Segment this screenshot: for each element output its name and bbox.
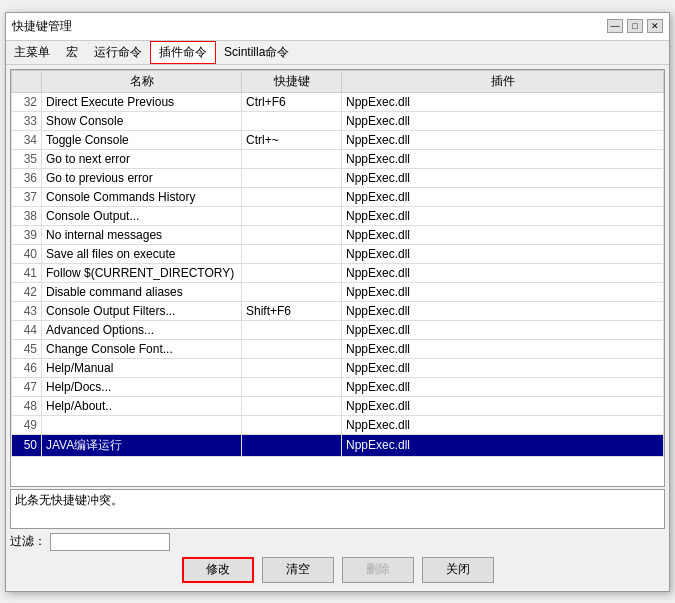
table-row[interactable]: 39No internal messagesNppExec.dll <box>12 225 664 244</box>
delete-button[interactable]: 删除 <box>342 557 414 583</box>
row-number: 42 <box>12 282 42 301</box>
col-header-name: 名称 <box>42 70 242 92</box>
menu-item-scintilla[interactable]: Scintilla命令 <box>216 41 297 64</box>
row-number: 45 <box>12 339 42 358</box>
row-shortcut <box>242 111 342 130</box>
row-shortcut: Ctrl+~ <box>242 130 342 149</box>
row-number: 44 <box>12 320 42 339</box>
menu-item-macro[interactable]: 宏 <box>58 41 86 64</box>
row-shortcut <box>242 415 342 434</box>
maximize-button[interactable]: □ <box>627 19 643 33</box>
filter-row: 过滤： <box>10 533 665 551</box>
table-row[interactable]: 50JAVA编译运行NppExec.dll <box>12 434 664 456</box>
row-plugin: NppExec.dll <box>342 282 664 301</box>
row-shortcut <box>242 396 342 415</box>
menu-item-plugin-cmd[interactable]: 插件命令 <box>150 41 216 64</box>
table-row[interactable]: 43Console Output Filters...Shift+F6NppEx… <box>12 301 664 320</box>
table-row[interactable]: 35Go to next errorNppExec.dll <box>12 149 664 168</box>
table-row[interactable]: 46Help/ManualNppExec.dll <box>12 358 664 377</box>
row-shortcut <box>242 263 342 282</box>
main-window: 快捷键管理 — □ ✕ 主菜单 宏 运行命令 插件命令 Scintilla命令 … <box>5 12 670 592</box>
row-plugin: NppExec.dll <box>342 92 664 111</box>
table-row[interactable]: 47Help/Docs...NppExec.dll <box>12 377 664 396</box>
row-name: Follow $(CURRENT_DIRECTORY) <box>42 263 242 282</box>
row-number: 39 <box>12 225 42 244</box>
row-shortcut <box>242 168 342 187</box>
titlebar-controls: — □ ✕ <box>607 19 663 33</box>
menu-item-run[interactable]: 运行命令 <box>86 41 150 64</box>
row-shortcut <box>242 320 342 339</box>
row-number: 34 <box>12 130 42 149</box>
row-name: Console Commands History <box>42 187 242 206</box>
row-plugin: NppExec.dll <box>342 149 664 168</box>
minimize-button[interactable]: — <box>607 19 623 33</box>
row-plugin: NppExec.dll <box>342 225 664 244</box>
row-name: Go to previous error <box>42 168 242 187</box>
row-name: Save all files on execute <box>42 244 242 263</box>
row-name: Console Output... <box>42 206 242 225</box>
row-name: Direct Execute Previous <box>42 92 242 111</box>
col-header-shortcut: 快捷键 <box>242 70 342 92</box>
menu-item-main[interactable]: 主菜单 <box>6 41 58 64</box>
modify-button[interactable]: 修改 <box>182 557 254 583</box>
row-shortcut <box>242 187 342 206</box>
table-row[interactable]: 49NppExec.dll <box>12 415 664 434</box>
row-shortcut: Ctrl+F6 <box>242 92 342 111</box>
status-bar: 此条无快捷键冲突。 <box>10 489 665 529</box>
row-number: 35 <box>12 149 42 168</box>
table-row[interactable]: 36Go to previous errorNppExec.dll <box>12 168 664 187</box>
table-row[interactable]: 34Toggle ConsoleCtrl+~NppExec.dll <box>12 130 664 149</box>
bottom-buttons: 修改 清空 删除 关闭 <box>10 557 665 583</box>
window-title: 快捷键管理 <box>12 18 72 35</box>
content-area: 名称 快捷键 插件 32Direct Execute PreviousCtrl+… <box>6 65 669 591</box>
table-row[interactable]: 37Console Commands HistoryNppExec.dll <box>12 187 664 206</box>
row-shortcut <box>242 377 342 396</box>
row-name: Advanced Options... <box>42 320 242 339</box>
row-plugin: NppExec.dll <box>342 339 664 358</box>
row-number: 32 <box>12 92 42 111</box>
row-name: Help/Manual <box>42 358 242 377</box>
row-number: 50 <box>12 434 42 456</box>
row-number: 36 <box>12 168 42 187</box>
table-row[interactable]: 41Follow $(CURRENT_DIRECTORY)NppExec.dll <box>12 263 664 282</box>
row-name: Toggle Console <box>42 130 242 149</box>
row-plugin: NppExec.dll <box>342 301 664 320</box>
menubar: 主菜单 宏 运行命令 插件命令 Scintilla命令 <box>6 41 669 65</box>
row-name: Help/Docs... <box>42 377 242 396</box>
table-row[interactable]: 40Save all files on executeNppExec.dll <box>12 244 664 263</box>
table-row[interactable]: 38Console Output...NppExec.dll <box>12 206 664 225</box>
row-name: Show Console <box>42 111 242 130</box>
row-plugin: NppExec.dll <box>342 320 664 339</box>
row-number: 46 <box>12 358 42 377</box>
row-name: No internal messages <box>42 225 242 244</box>
row-name: Help/About.. <box>42 396 242 415</box>
row-plugin: NppExec.dll <box>342 396 664 415</box>
row-shortcut <box>242 434 342 456</box>
row-plugin: NppExec.dll <box>342 168 664 187</box>
table-row[interactable]: 44Advanced Options...NppExec.dll <box>12 320 664 339</box>
filter-input[interactable] <box>50 533 170 551</box>
row-number: 49 <box>12 415 42 434</box>
col-header-plugin: 插件 <box>342 70 664 92</box>
row-plugin: NppExec.dll <box>342 415 664 434</box>
row-shortcut <box>242 358 342 377</box>
table-row[interactable]: 48Help/About..NppExec.dll <box>12 396 664 415</box>
table-row[interactable]: 33Show ConsoleNppExec.dll <box>12 111 664 130</box>
row-name: Disable command aliases <box>42 282 242 301</box>
table-row[interactable]: 42Disable command aliasesNppExec.dll <box>12 282 664 301</box>
table-row[interactable]: 32Direct Execute PreviousCtrl+F6NppExec.… <box>12 92 664 111</box>
close-button[interactable]: 关闭 <box>422 557 494 583</box>
table-container[interactable]: 名称 快捷键 插件 32Direct Execute PreviousCtrl+… <box>10 69 665 487</box>
row-shortcut <box>242 149 342 168</box>
row-number: 40 <box>12 244 42 263</box>
clear-button[interactable]: 清空 <box>262 557 334 583</box>
titlebar: 快捷键管理 — □ ✕ <box>6 13 669 41</box>
row-shortcut: Shift+F6 <box>242 301 342 320</box>
row-shortcut <box>242 282 342 301</box>
close-button[interactable]: ✕ <box>647 19 663 33</box>
row-name: Console Output Filters... <box>42 301 242 320</box>
table-row[interactable]: 45Change Console Font...NppExec.dll <box>12 339 664 358</box>
row-number: 33 <box>12 111 42 130</box>
row-plugin: NppExec.dll <box>342 244 664 263</box>
row-plugin: NppExec.dll <box>342 377 664 396</box>
